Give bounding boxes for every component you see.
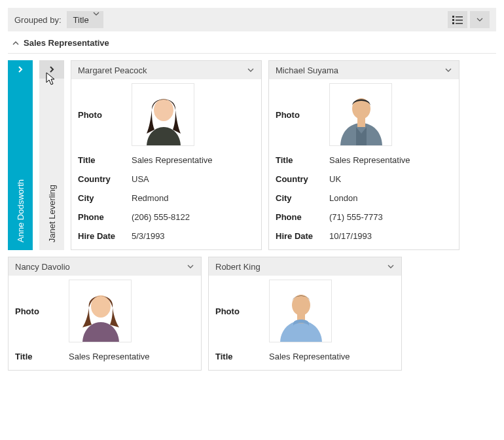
chevron-down-icon (247, 66, 255, 74)
field-label: Photo (78, 110, 129, 120)
chevron-down-icon (93, 10, 99, 17)
field-label: Title (78, 155, 129, 165)
expand-button[interactable] (39, 60, 64, 79)
collapsed-card[interactable]: Janet Leverling (39, 60, 64, 250)
chevron-down-icon (387, 263, 395, 270)
field-label: Phone (276, 212, 327, 222)
employee-card: Robert King Photo Title (208, 257, 402, 371)
field-value: Sales Representative (269, 352, 395, 361)
collapsed-card-name: Anne Dodsworth (16, 179, 26, 242)
photo (69, 280, 132, 342)
field-value: Sales Representative (329, 155, 452, 165)
card-header[interactable]: Robert King (209, 257, 401, 276)
card-name: Michael Suyama (276, 65, 338, 75)
field-value: (71) 555-7773 (329, 212, 452, 222)
field-value: UK (329, 174, 452, 184)
card-header[interactable]: Michael Suyama (269, 61, 459, 79)
photo (329, 83, 392, 146)
field-label: Country (276, 174, 327, 184)
groupby-select[interactable]: Title (67, 11, 103, 28)
field-label: Photo (215, 306, 266, 316)
svg-rect-0 (452, 16, 454, 18)
field-value: London (329, 193, 452, 203)
group-header[interactable]: Sales Representative (8, 31, 496, 54)
collapsed-card[interactable]: Anne Dodsworth (8, 60, 33, 250)
field-label: Country (78, 174, 129, 184)
svg-rect-2 (452, 19, 454, 21)
svg-rect-3 (456, 20, 463, 21)
field-label: Phone (78, 212, 129, 222)
field-value: Redmond (132, 193, 255, 203)
field-label: Title (15, 352, 66, 361)
field-value: 10/17/1993 (329, 231, 452, 241)
photo (132, 83, 194, 146)
svg-rect-9 (357, 118, 365, 127)
svg-point-7 (154, 99, 173, 121)
field-label: City (276, 193, 327, 203)
field-value: Sales Representative (132, 155, 255, 165)
employee-card: Margaret Peacock Photo (71, 60, 262, 250)
chevron-up-icon (12, 39, 20, 47)
view-mode-dropdown[interactable] (470, 11, 490, 28)
list-icon (452, 15, 463, 24)
groupby-value: Title (73, 15, 89, 25)
toolbar: Grouped by: Title (8, 8, 496, 31)
photo (269, 280, 332, 342)
view-mode-button[interactable] (448, 11, 467, 28)
field-label: Title (215, 352, 266, 361)
chevron-down-icon (477, 16, 483, 23)
chevron-right-icon (48, 65, 56, 73)
expand-button[interactable] (8, 60, 33, 79)
card-header[interactable]: Nancy Davolio (9, 257, 201, 276)
employee-card: Nancy Davolio Photo Tit (8, 257, 202, 371)
cursor-icon (46, 72, 56, 86)
field-label: Title (276, 155, 327, 165)
card-name: Nancy Davolio (15, 262, 70, 272)
svg-rect-1 (456, 16, 463, 18)
field-value: USA (132, 174, 255, 184)
field-label: Photo (15, 306, 66, 316)
svg-rect-4 (452, 22, 454, 24)
card-header[interactable]: Margaret Peacock (71, 61, 261, 79)
field-label: Hire Date (276, 231, 327, 241)
chevron-right-icon (16, 65, 24, 73)
employee-card: Michael Suyama Photo Ti (268, 60, 459, 250)
field-label: Photo (276, 110, 327, 120)
card-name: Margaret Peacock (78, 65, 147, 75)
field-value: Sales Representative (69, 352, 194, 361)
svg-rect-5 (456, 23, 463, 24)
field-label: Hire Date (78, 231, 129, 241)
card-name: Robert King (215, 262, 261, 272)
collapsed-card-name: Janet Leverling (47, 185, 57, 242)
field-label: City (78, 193, 129, 203)
groupby-label: Grouped by: (14, 15, 62, 25)
chevron-down-icon (187, 263, 194, 270)
svg-point-15 (292, 295, 310, 316)
field-value: (206) 555-8122 (132, 212, 255, 222)
field-value: 5/3/1993 (132, 231, 255, 241)
chevron-down-icon (444, 66, 452, 74)
group-title: Sales Representative (24, 38, 109, 48)
